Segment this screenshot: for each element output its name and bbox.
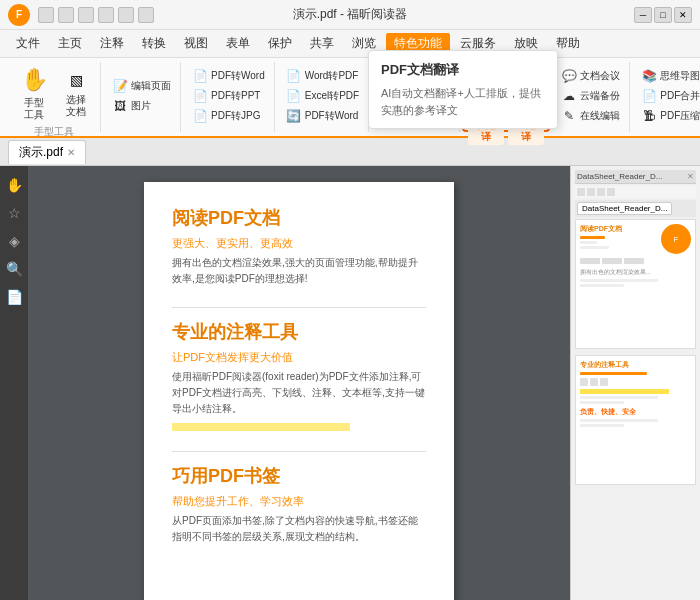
quick-btn-6[interactable] — [138, 7, 154, 23]
ribbon-btn-merge[interactable]: 📄 PDF合并 — [638, 87, 700, 105]
pdf-section-title-bookmark: 巧用PDF书签 — [172, 464, 426, 488]
pdf-ppt-icon: 📄 — [192, 88, 208, 104]
pdf-section-subtitle-annotate: 让PDF文档发挥更大价值 — [172, 350, 426, 365]
tab-pdf[interactable]: 演示.pdf ✕ — [8, 140, 86, 164]
thumb-icon-2 — [590, 378, 598, 386]
ribbon-small-group-tools2: 📚 思维导图 📄 PDF合并 🗜 PDF压缩器 — [638, 67, 700, 125]
thumb-bar-2 — [580, 241, 597, 244]
mindmap-icon: 📚 — [641, 68, 657, 84]
menu-protect[interactable]: 保护 — [260, 33, 300, 54]
pdf-page: 阅读PDF文档 更强大、更实用、更高效 拥有出色的文档渲染效果,强大的页面管理功… — [144, 182, 454, 600]
quick-btn-2[interactable] — [58, 7, 74, 23]
ribbon-btn-online-edit[interactable]: ✎ 在线编辑 — [558, 107, 623, 125]
highlight-decoration — [172, 423, 350, 431]
ribbon-group-office: 📄 Word转PDF 📄 Excel转PDF 🔄 PDF转Word — [277, 62, 369, 132]
right-panel-mini-ribbon — [575, 186, 696, 198]
thumb-bar2-4 — [580, 419, 658, 422]
ribbon-group-tools: ✋ 手型工具 ▧ 选择文档 手型工具 — [8, 62, 101, 132]
pdf-jpg-icon: 📄 — [192, 108, 208, 124]
thumbnail-page-2: 专业的注释工具 负责、快捷、安全 — [575, 355, 696, 485]
ribbon-btn-image[interactable]: 🖼 图片 — [109, 97, 174, 115]
menu-annotate[interactable]: 注释 — [92, 33, 132, 54]
ribbon-btn-cloud-backup[interactable]: ☁ 云端备份 — [558, 87, 623, 105]
ribbon-btn-pdf-word[interactable]: 📄 PDF转Word — [189, 67, 268, 85]
sidebar-icon-hand[interactable]: ✋ — [3, 174, 25, 196]
sidebar-icon-layers[interactable]: 📄 — [3, 286, 25, 308]
ribbon-btn-pdf-jpg[interactable]: 📄 PDF转JPG — [189, 107, 268, 125]
title-bar: F 演示.pdf - 福昕阅读器 ─ □ ✕ — [0, 0, 700, 30]
pdf-divider-1 — [172, 307, 426, 308]
menu-file[interactable]: 文件 — [8, 33, 48, 54]
thumb-bar-1 — [580, 236, 605, 239]
mini-btn-1[interactable] — [577, 188, 585, 196]
ribbon-btn-word-pdf[interactable]: 📄 Word转PDF — [283, 67, 362, 85]
quick-btn-1[interactable] — [38, 7, 54, 23]
minimize-button[interactable]: ─ — [634, 7, 652, 23]
mini-btn-3[interactable] — [597, 188, 605, 196]
thumb-icon-1 — [580, 378, 588, 386]
thumb-btn-1 — [580, 258, 600, 264]
thumb-bar-5 — [580, 284, 624, 287]
thumb-bar2-1 — [580, 372, 647, 375]
menu-home[interactable]: 主页 — [50, 33, 90, 54]
sidebar-icon-pages[interactable]: ◈ — [3, 230, 25, 252]
edit-page-icon: 📝 — [112, 78, 128, 94]
ribbon-btn-edit-page[interactable]: 📝 编辑页面 — [109, 77, 174, 95]
right-panel-filename: DataSheet_Reader_D... — [577, 172, 685, 181]
sidebar-icon-search[interactable]: 🔍 — [3, 258, 25, 280]
select-icon: ▧ — [63, 67, 89, 93]
menu-share[interactable]: 共享 — [302, 33, 342, 54]
thumbnail-page-1: 阅读PDF文档 F 拥有出色的文档渲染效果... — [575, 219, 696, 349]
thumb-btn-2 — [602, 258, 622, 264]
tooltip-popup: PDF文档翻译 AI自动文档翻译+人工排版，提供实惠的参考译文 — [368, 50, 558, 129]
quick-btn-3[interactable] — [78, 7, 94, 23]
ribbon-small-group-office: 📄 Word转PDF 📄 Excel转PDF 🔄 PDF转Word — [283, 67, 362, 125]
window-title: 演示.pdf - 福昕阅读器 — [293, 6, 408, 23]
menu-view[interactable]: 视图 — [176, 33, 216, 54]
left-sidebar: ✋ ☆ ◈ 🔍 📄 — [0, 166, 28, 600]
menu-forms[interactable]: 表单 — [218, 33, 258, 54]
thumb-bar-3 — [580, 246, 609, 249]
pdf-section-body-bookmark: 从PDF页面添加书签,除了文档内容的快速导航,书签还能指明不同书签的层级关系,展… — [172, 513, 426, 545]
right-panel-close[interactable]: ✕ — [687, 172, 694, 181]
pdf-section-title-read: 阅读PDF文档 — [172, 206, 426, 230]
mini-btn-4[interactable] — [607, 188, 615, 196]
cloud-icon: ☁ — [561, 88, 577, 104]
pdf-area: 阅读PDF文档 更强大、更实用、更高效 拥有出色的文档渲染效果,强大的页面管理功… — [28, 166, 570, 600]
thumbnail-panel: DataSheet_Reader_D... ✕ DataSheet_Reader… — [571, 166, 700, 600]
meeting-icon: 💬 — [561, 68, 577, 84]
quick-btn-4[interactable] — [98, 7, 114, 23]
tab-close-button[interactable]: ✕ — [67, 147, 75, 158]
ribbon-btn-excel-pdf[interactable]: 📄 Excel转PDF — [283, 87, 362, 105]
ribbon-btn-pdf-ppt[interactable]: 📄 PDF转PPT — [189, 87, 268, 105]
right-panel-tab[interactable]: DataSheet_Reader_D... — [577, 202, 672, 215]
ribbon-group-label-tools: 手型工具 — [34, 125, 74, 139]
pdf-section-subtitle-read: 更强大、更实用、更高效 — [172, 236, 426, 251]
ribbon-small-group-1: 📝 编辑页面 🖼 图片 — [109, 77, 174, 115]
thumb-icon-3 — [600, 378, 608, 386]
window-controls: ─ □ ✕ — [634, 7, 692, 23]
tooltip-title: PDF文档翻译 — [381, 61, 545, 79]
sidebar-icon-bookmark[interactable]: ☆ — [3, 202, 25, 224]
ribbon-items-tools: ✋ 手型工具 ▧ 选择文档 — [14, 62, 94, 123]
ribbon-btn-select[interactable]: ▧ 选择文档 — [58, 65, 94, 120]
quick-btn-5[interactable] — [118, 7, 134, 23]
ribbon-btn-mindmap[interactable]: 📚 思维导图 — [638, 67, 700, 85]
ribbon-btn-compress[interactable]: 🗜 PDF压缩器 — [638, 107, 700, 125]
close-button[interactable]: ✕ — [674, 7, 692, 23]
ribbon-btn-pdf-convert[interactable]: 🔄 PDF转Word — [283, 107, 362, 125]
excel-pdf-icon: 📄 — [286, 88, 302, 104]
word-pdf-icon: 📄 — [286, 68, 302, 84]
ribbon-group-more: 💬 文档会议 ☁ 云端备份 ✎ 在线编辑 — [552, 62, 630, 132]
pdf-section-body-annotate: 使用福昕PDF阅读器(foxit reader)为PDF文件添加注释,可对PDF… — [172, 369, 426, 417]
ribbon-items-edit: 📝 编辑页面 🖼 图片 — [109, 62, 174, 130]
ribbon-btn-hand[interactable]: ✋ 手型工具 — [14, 62, 54, 123]
mini-btn-2[interactable] — [587, 188, 595, 196]
pdf-section-title-annotate: 专业的注释工具 — [172, 320, 426, 344]
maximize-button[interactable]: □ — [654, 7, 672, 23]
pdf-section-read: 阅读PDF文档 更强大、更实用、更高效 拥有出色的文档渲染效果,强大的页面管理功… — [172, 206, 426, 287]
ribbon-btn-meeting[interactable]: 💬 文档会议 — [558, 67, 623, 85]
menu-convert[interactable]: 转换 — [134, 33, 174, 54]
menu-bar: 文件 主页 注释 转换 视图 表单 保护 共享 浏览 特色功能 云服务 放映 帮… — [0, 30, 700, 58]
ribbon-items-convert: 📄 PDF转Word 📄 PDF转PPT 📄 PDF转JPG — [189, 62, 268, 130]
